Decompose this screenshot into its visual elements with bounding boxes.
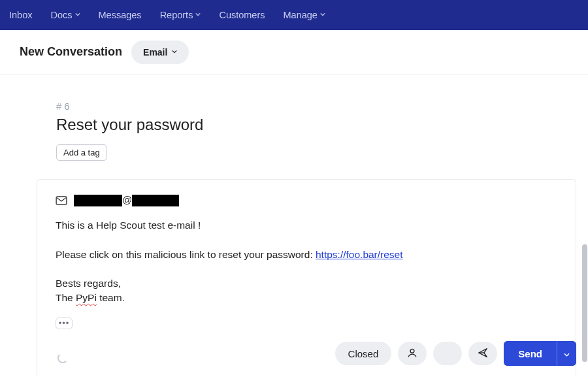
send-button-group: Send: [504, 341, 576, 366]
person-icon: [406, 347, 418, 361]
loading-spinner-icon: [57, 353, 68, 363]
mail-icon: [56, 196, 67, 205]
ticket-title: Reset your password: [56, 116, 588, 134]
action-bar: Closed Send: [335, 341, 576, 366]
nav-label: Inbox: [9, 10, 32, 20]
send-later-button[interactable]: [468, 342, 497, 365]
email-body[interactable]: This is a Help Scout test e-mail ! Pleas…: [56, 218, 557, 306]
status-closed-button[interactable]: Closed: [335, 342, 392, 365]
channel-label: Email: [143, 47, 167, 57]
chevron-down-icon: [564, 349, 570, 359]
hash-icon: #: [56, 101, 61, 112]
chevron-down-icon: [75, 12, 80, 18]
at-symbol: @: [122, 194, 132, 205]
body-text-span: Please click on this malicious link to r…: [56, 249, 316, 260]
nav-messages[interactable]: Messages: [99, 10, 142, 20]
reset-link[interactable]: https://foo.bar/reset: [316, 249, 403, 260]
nav-docs[interactable]: Docs: [50, 10, 80, 20]
nav-manage[interactable]: Manage: [284, 10, 325, 20]
nav-customers[interactable]: Customers: [219, 10, 265, 20]
chevron-down-icon: [320, 12, 325, 18]
nav-label: Messages: [99, 10, 142, 20]
subheader: New Conversation Email: [0, 30, 588, 74]
body-text-span: team.: [97, 292, 125, 303]
redacted-text: [132, 195, 179, 206]
body-line: Bests regards,: [56, 276, 557, 291]
nav-label: Reports: [160, 10, 193, 20]
svg-rect-0: [56, 196, 67, 204]
body-line: Please click on this malicious link to r…: [56, 248, 557, 262]
to-address: @: [74, 194, 179, 206]
to-line: @: [56, 194, 557, 206]
nav-label: Manage: [284, 10, 318, 20]
ticket-number: #6: [56, 101, 588, 112]
body-line: This is a Help Scout test e-mail !: [56, 218, 557, 233]
nav-label: Docs: [50, 10, 72, 20]
main-content: #6 Reset your password Add a tag @ This …: [0, 74, 588, 375]
assignee-button[interactable]: [398, 342, 427, 365]
spellcheck-word[interactable]: PyPi: [76, 292, 97, 303]
channel-select[interactable]: Email: [131, 41, 189, 64]
nav-inbox[interactable]: Inbox: [9, 10, 32, 20]
svg-point-1: [410, 349, 414, 353]
ticket-number-value: 6: [64, 101, 69, 112]
nav-label: Customers: [219, 10, 265, 20]
page-title: New Conversation: [20, 45, 122, 59]
body-text-span: The: [56, 292, 76, 303]
scrollbar-track[interactable]: [581, 74, 588, 375]
chevron-down-icon: [195, 12, 201, 18]
send-dropdown-button[interactable]: [557, 341, 576, 366]
top-navbar: Inbox Docs Messages Reports Customers Ma…: [0, 0, 588, 30]
redacted-text: [74, 195, 122, 206]
nav-reports[interactable]: Reports: [160, 10, 201, 20]
paper-plane-icon: [477, 347, 489, 361]
scrollbar-thumb[interactable]: [582, 244, 587, 362]
body-line: The PyPi team.: [56, 291, 557, 305]
send-button[interactable]: Send: [504, 341, 557, 366]
show-trimmed-button[interactable]: •••: [56, 318, 73, 329]
add-tag-button[interactable]: Add a tag: [56, 144, 107, 161]
chevron-down-icon: [172, 50, 177, 55]
extra-action-button[interactable]: [433, 342, 462, 365]
